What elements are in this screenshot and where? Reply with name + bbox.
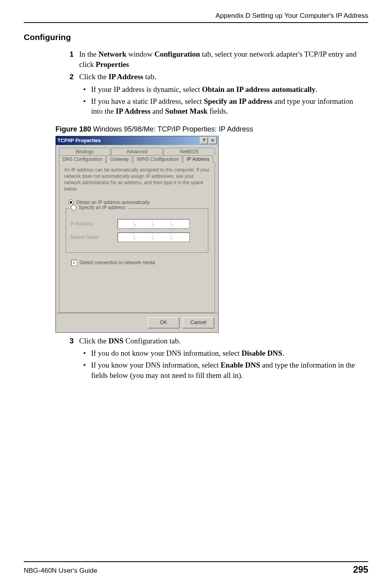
tab-row-back: Bindings Advanced NetBIOS — [59, 147, 215, 155]
section-heading: Configuring — [24, 32, 368, 42]
specify-ip-group: Specify an IP address: IP Address: . . . — [66, 208, 208, 253]
bullet: • If you have a static IP address, selec… — [83, 96, 360, 116]
checkbox-detect-media[interactable]: ✓ Detect connection to network media — [71, 260, 210, 266]
radio-icon[interactable] — [68, 200, 74, 205]
titlebar[interactable]: TCP/IP Properties ? × — [56, 136, 218, 145]
tab-advanced[interactable]: Advanced — [111, 148, 163, 155]
step-body: In the Network window Configuration tab,… — [79, 49, 360, 69]
step-3: 3 Click the DNS Configuration tab. — [67, 336, 360, 346]
tab-panel: An IP address can be automatically assig… — [59, 162, 215, 313]
dialog-buttons: OK Cancel — [56, 313, 218, 332]
tab-gateway[interactable]: Gateway — [107, 155, 132, 163]
radio-label: Obtain an IP address automatically — [76, 200, 150, 205]
radio-obtain-auto[interactable]: Obtain an IP address automatically — [68, 200, 210, 205]
panel-description: An IP address can be automatically assig… — [64, 167, 210, 192]
tab-row-front: DNS Configuration Gateway WINS Configura… — [59, 155, 215, 162]
radio-specify-ip[interactable]: Specify an IP address: — [69, 205, 128, 210]
step-body: Click the DNS Configuration tab. — [79, 336, 360, 346]
bullet: • If you know your DNS information, sele… — [83, 360, 360, 380]
label-subnet-mask: Subnet Mask: — [70, 234, 114, 240]
checkbox-label: Detect connection to network media — [80, 260, 155, 265]
footer-rule — [24, 561, 368, 562]
step-num: 1 — [67, 49, 74, 69]
header-rule — [24, 22, 368, 23]
bullet-dot: • — [83, 96, 87, 116]
bullet: • If you do not know your DNS informatio… — [83, 348, 360, 358]
step-body: Click the IP Address tab. — [79, 72, 360, 82]
ok-button[interactable]: OK — [148, 317, 179, 328]
cancel-button[interactable]: Cancel — [183, 317, 214, 328]
tab-netbios[interactable]: NetBIOS — [164, 148, 215, 155]
step-2: 2 Click the IP Address tab. — [67, 72, 360, 82]
bullet-dot: • — [83, 84, 87, 95]
label-ip-address: IP Address: — [70, 221, 114, 227]
dialog-title: TCP/IP Properties — [57, 137, 101, 143]
radio-icon[interactable] — [71, 205, 76, 210]
step-num: 3 — [67, 336, 74, 346]
ip-address-input[interactable]: . . . — [118, 219, 190, 229]
figure-caption: Figure 180 Windows 95/98/Me: TCP/IP Prop… — [55, 125, 368, 133]
tab-dns-configuration[interactable]: DNS Configuration — [59, 155, 106, 163]
bullet: • If your IP address is dynamic, select … — [83, 84, 360, 95]
tcpip-dialog: TCP/IP Properties ? × Bindings Advanced … — [55, 136, 219, 333]
tab-bindings[interactable]: Bindings — [59, 148, 110, 155]
step-num: 2 — [67, 72, 74, 82]
help-icon[interactable]: ? — [200, 137, 208, 144]
checkbox-icon[interactable]: ✓ — [71, 260, 77, 266]
page-footer: NBG-460N User's Guide 295 — [24, 561, 368, 575]
step-1: 1 In the Network window Configuration ta… — [67, 49, 360, 69]
bullet-dot: • — [83, 360, 87, 380]
tab-wins-configuration[interactable]: WINS Configuration — [133, 155, 182, 163]
running-head: Appendix D Setting up Your Computer's IP… — [24, 12, 368, 22]
subnet-mask-input[interactable]: . . . — [118, 233, 190, 242]
radio-label: Specify an IP address: — [79, 205, 126, 210]
page-number: 295 — [353, 564, 368, 575]
close-icon[interactable]: × — [209, 137, 217, 144]
footer-guide-name: NBG-460N User's Guide — [24, 567, 97, 575]
bullet-dot: • — [83, 348, 87, 358]
tab-ip-address[interactable]: IP Address — [183, 155, 213, 163]
